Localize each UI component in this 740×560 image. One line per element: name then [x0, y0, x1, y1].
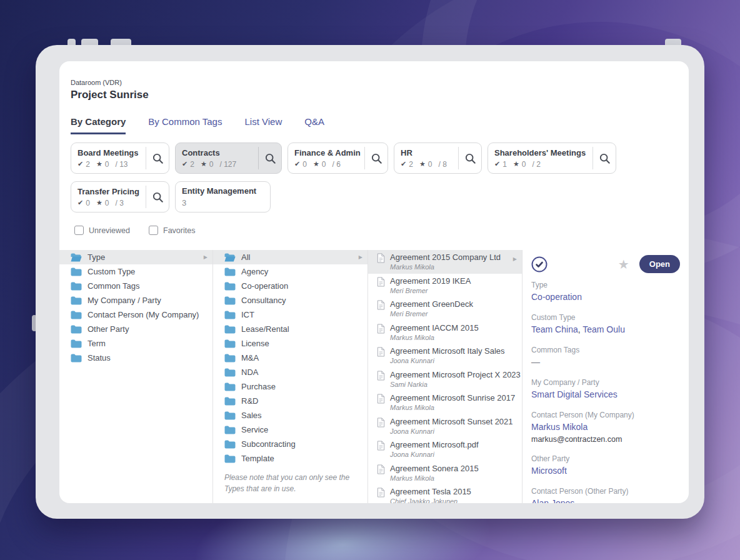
- document-row[interactable]: Agreement 2015 Company Ltd Markus Mikola…: [368, 250, 522, 274]
- category-search-button[interactable]: [146, 182, 169, 212]
- tab[interactable]: By Category: [71, 116, 126, 134]
- folder-icon: [224, 426, 236, 434]
- tab[interactable]: List View: [244, 116, 282, 134]
- category-search-button[interactable]: [365, 143, 388, 173]
- total-count: / 2: [532, 160, 540, 169]
- total-count: / 6: [332, 160, 340, 169]
- favorite-count: 0: [322, 160, 326, 169]
- folder-label: Service: [241, 425, 268, 434]
- category-card[interactable]: HR ✔ 2 ★ 0 / 8: [394, 142, 482, 174]
- facet-folder-row[interactable]: Type ▶: [59, 250, 212, 264]
- document-row[interactable]: Agreement Microsoft Italy Sales Joona Ku…: [368, 344, 522, 368]
- document-title: Agreement IACCM 2015: [390, 323, 479, 333]
- type-folder-row[interactable]: Template ▶: [213, 451, 368, 466]
- detail-link[interactable]: Team Oulu: [582, 324, 625, 334]
- type-folder-row[interactable]: Co-operation ▶: [213, 279, 368, 293]
- favorite-count: 0: [105, 199, 109, 208]
- document-row[interactable]: Agreement GreenDeck Meri Bremer ▶: [368, 297, 522, 321]
- folder-icon: [224, 382, 236, 391]
- open-folder-icon: [71, 253, 82, 262]
- facet-folder-row[interactable]: Common Tags ▶: [59, 279, 212, 293]
- category-search-button[interactable]: [593, 143, 616, 173]
- category-search-button[interactable]: [259, 143, 281, 173]
- category-card[interactable]: Board Meetings ✔ 2 ★ 0 / 13: [71, 142, 169, 174]
- category-card[interactable]: Entity Management ✔ ★ 3: [175, 181, 271, 212]
- star-icon: ★: [96, 160, 102, 168]
- document-column: Agreement 2015 Company Ltd Markus Mikola…: [368, 250, 522, 503]
- type-folder-row[interactable]: Lease/Rental ▶: [213, 322, 368, 336]
- detail-link[interactable]: Alan Jones: [531, 498, 574, 503]
- tab[interactable]: By Common Tags: [148, 116, 222, 134]
- favorite-star-icon[interactable]: ★: [618, 257, 629, 272]
- facet-folder-row[interactable]: My Company / Party ▶: [59, 293, 212, 308]
- app-screen: Dataroom (VDR) Project Sunrise By Catego…: [59, 61, 689, 503]
- type-folder-row[interactable]: All ▶: [213, 250, 368, 264]
- category-card[interactable]: Shareholders' Meetings ✔ 1 ★ 0 / 2: [488, 142, 616, 174]
- filter-checkbox[interactable]: [74, 226, 84, 235]
- tab[interactable]: Q&A: [304, 116, 324, 134]
- facet-folder-row[interactable]: Term ▶: [59, 336, 212, 351]
- tab-bar: By Category By Common Tags List View Q&A: [71, 116, 324, 134]
- folder-icon: [224, 397, 236, 406]
- category-search-button[interactable]: [459, 143, 481, 173]
- folder-icon: [71, 296, 82, 305]
- category-card[interactable]: Finance & Admin ✔ 0 ★ 0 / 6: [288, 142, 388, 174]
- document-row[interactable]: Agreement Tesla 2015 Chief Jaakko Jokune…: [368, 484, 522, 503]
- type-folder-row[interactable]: Service ▶: [213, 422, 368, 437]
- chevron-right-icon: ▶: [513, 256, 517, 262]
- type-folder-row[interactable]: M&A ▶: [213, 351, 368, 365]
- category-search-button[interactable]: [146, 143, 169, 173]
- document-row[interactable]: Agreement Microsoft Sunrise 2017 Markus …: [368, 391, 522, 414]
- filter-label: Unreviewed: [89, 226, 130, 235]
- facet-folder-row[interactable]: Contact Person (My Company) ▶: [59, 308, 212, 322]
- category-card-main: HR ✔ 2 ★ 0 / 8: [394, 143, 458, 173]
- type-folder-row[interactable]: Agency ▶: [213, 264, 368, 279]
- detail-link[interactable]: Team China: [531, 324, 578, 334]
- document-title: Agreement Sonera 2015: [390, 464, 479, 474]
- reviewed-count: 0: [302, 160, 307, 169]
- folder-label: M&A: [241, 353, 259, 362]
- check-icon: ✔: [494, 160, 500, 168]
- detail-field-value: Smart Digital Services: [531, 389, 680, 400]
- type-folder-row[interactable]: License ▶: [213, 336, 368, 351]
- detail-link[interactable]: Markus Mikola: [531, 422, 588, 432]
- category-card-main: Shareholders' Meetings ✔ 1 ★ 0 / 2: [488, 143, 592, 173]
- facet-folder-row[interactable]: Custom Type ▶: [59, 264, 212, 279]
- category-card[interactable]: Contracts ✔ 2 ★ 0 / 127: [175, 142, 282, 174]
- facet-folder-row[interactable]: Other Party ▶: [59, 322, 212, 336]
- category-card[interactable]: Transfer Pricing ✔ 0 ★ 0 / 3: [71, 181, 169, 212]
- reviewed-check-icon[interactable]: [531, 256, 548, 272]
- document-author: Markus Mikola: [390, 403, 515, 412]
- document-icon: [377, 347, 385, 357]
- detail-link[interactable]: Co-operation: [531, 292, 582, 302]
- category-stats: ✔ 2 ★ 0 / 127: [182, 160, 252, 169]
- document-author: Markus Mikola: [390, 262, 501, 271]
- document-row[interactable]: Agreement Sonera 2015 Markus Mikola ▶: [368, 461, 522, 485]
- folder-label: Term: [88, 339, 106, 348]
- document-text: Agreement Microsoft Italy Sales Joona Ku…: [390, 346, 505, 365]
- document-text: Agreement IACCM 2015 Markus Mikola: [390, 323, 479, 342]
- folder-label: Status: [88, 353, 111, 362]
- open-button[interactable]: Open: [639, 255, 680, 273]
- detail-link[interactable]: Microsoft: [531, 466, 567, 476]
- type-folder-row[interactable]: R&D ▶: [213, 394, 368, 408]
- dataroom-label: Dataroom (VDR): [71, 79, 149, 87]
- type-folder-row[interactable]: NDA ▶: [213, 365, 368, 379]
- filter-option: Favorites: [149, 226, 195, 235]
- filter-label: Favorites: [163, 226, 195, 235]
- document-row[interactable]: Agreement IACCM 2015 Markus Mikola ▶: [368, 321, 522, 344]
- document-row[interactable]: Agreement Microsoft.pdf Joona Kunnari ▶: [368, 438, 522, 461]
- document-title: Agreement Microsoft.pdf: [390, 440, 479, 450]
- type-folder-row[interactable]: ICT ▶: [213, 308, 368, 322]
- filter-checkbox[interactable]: [149, 226, 158, 235]
- document-row[interactable]: Agreement 2019 IKEA Meri Bremer ▶: [368, 274, 522, 298]
- type-folder-row[interactable]: Purchase ▶: [213, 379, 368, 394]
- type-folder-row[interactable]: Subcontracting ▶: [213, 437, 368, 451]
- document-row[interactable]: Agreement Microsoft Project X 2023 Sami …: [368, 368, 522, 391]
- type-folder-row[interactable]: Consultancy ▶: [213, 293, 368, 308]
- type-folder-row[interactable]: Sales ▶: [213, 408, 368, 422]
- document-row[interactable]: Agreement Microsoft Sunset 2021 Joona Ku…: [368, 414, 522, 438]
- detail-link[interactable]: Smart Digital Services: [531, 389, 618, 399]
- facet-folder-row[interactable]: Status ▶: [59, 351, 212, 365]
- document-author: Joona Kunnari: [390, 450, 479, 459]
